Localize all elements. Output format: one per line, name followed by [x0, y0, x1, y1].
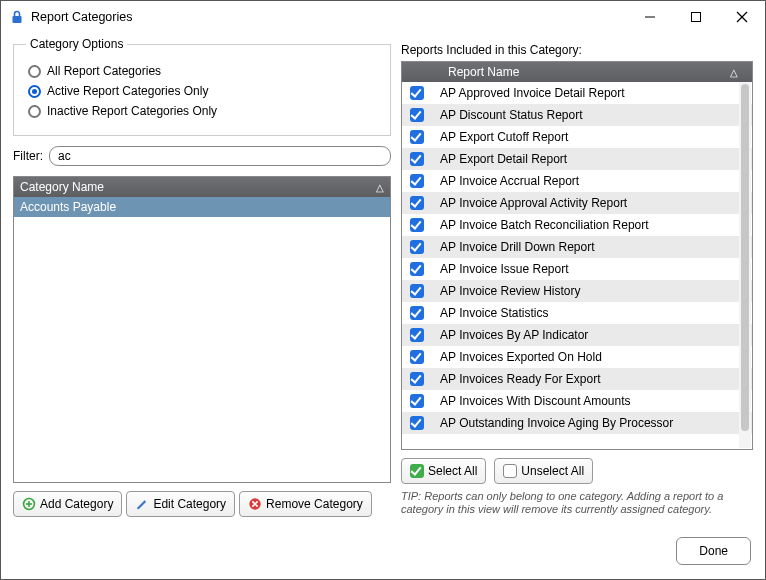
svg-rect-2	[692, 13, 701, 22]
window-title: Report Categories	[31, 10, 132, 24]
report-name: AP Invoice Drill Down Report	[440, 240, 595, 254]
right-column: Reports Included in this Category: Repor…	[401, 37, 753, 517]
category-name-column: Category Name	[20, 180, 104, 194]
x-circle-icon	[248, 497, 262, 511]
category-row[interactable]: Accounts Payable	[14, 197, 390, 217]
report-checkbox[interactable]	[410, 152, 424, 166]
radio-option[interactable]: Inactive Report Categories Only	[26, 101, 378, 121]
report-checkbox[interactable]	[410, 306, 424, 320]
report-row[interactable]: AP Approved Invoice Detail Report	[402, 82, 752, 104]
report-name: AP Outstanding Invoice Aging By Processo…	[440, 416, 673, 430]
report-checkbox[interactable]	[410, 108, 424, 122]
report-checkbox[interactable]	[410, 196, 424, 210]
add-category-button[interactable]: Add Category	[13, 491, 122, 517]
report-name: AP Approved Invoice Detail Report	[440, 86, 625, 100]
report-row[interactable]: AP Invoices By AP Indicator	[402, 324, 752, 346]
svg-rect-0	[13, 16, 22, 23]
category-options-legend: Category Options	[26, 37, 127, 51]
report-name: AP Invoice Accrual Report	[440, 174, 579, 188]
report-checkbox[interactable]	[410, 328, 424, 342]
report-checkbox[interactable]	[410, 394, 424, 408]
category-grid-header[interactable]: Category Name △	[14, 177, 390, 197]
titlebar: Report Categories	[1, 1, 765, 33]
done-button[interactable]: Done	[676, 537, 751, 565]
report-checkbox[interactable]	[410, 240, 424, 254]
scrollbar-thumb[interactable]	[741, 84, 749, 431]
remove-category-button[interactable]: Remove Category	[239, 491, 372, 517]
reports-grid: Report Name △ AP Approved Invoice Detail…	[401, 61, 753, 450]
reports-scrollbar[interactable]	[739, 82, 751, 448]
report-name: AP Export Cutoff Report	[440, 130, 568, 144]
report-checkbox[interactable]	[410, 350, 424, 364]
report-name: AP Invoice Statistics	[440, 306, 549, 320]
report-categories-window: Report Categories Category Options All R…	[0, 0, 766, 580]
radio-option[interactable]: Active Report Categories Only	[26, 81, 378, 101]
report-row[interactable]: AP Invoices Ready For Export	[402, 368, 752, 390]
tip-text: TIP: Reports can only belong to one cate…	[401, 490, 753, 518]
sort-asc-icon: △	[376, 182, 384, 193]
report-row[interactable]: AP Export Detail Report	[402, 148, 752, 170]
report-row[interactable]: AP Discount Status Report	[402, 104, 752, 126]
radio-icon	[28, 65, 41, 78]
report-row[interactable]: AP Invoice Statistics	[402, 302, 752, 324]
report-row[interactable]: AP Invoice Accrual Report	[402, 170, 752, 192]
app-lock-icon	[9, 9, 25, 25]
edit-category-button[interactable]: Edit Category	[126, 491, 235, 517]
radio-label: Inactive Report Categories Only	[47, 104, 217, 118]
report-row[interactable]: AP Invoice Batch Reconciliation Report	[402, 214, 752, 236]
pencil-icon	[135, 497, 149, 511]
report-checkbox[interactable]	[410, 86, 424, 100]
check-icon	[410, 464, 424, 478]
filter-input[interactable]	[49, 146, 391, 166]
report-row[interactable]: AP Invoice Drill Down Report	[402, 236, 752, 258]
category-grid: Category Name △ Accounts Payable	[13, 176, 391, 483]
report-row[interactable]: AP Invoices Exported On Hold	[402, 346, 752, 368]
report-name: AP Invoices With Discount Amounts	[440, 394, 631, 408]
category-grid-body: Accounts Payable	[14, 197, 390, 482]
report-checkbox[interactable]	[410, 130, 424, 144]
close-button[interactable]	[719, 2, 765, 32]
report-name: AP Export Detail Report	[440, 152, 567, 166]
radio-option[interactable]: All Report Categories	[26, 61, 378, 81]
sort-asc-icon: △	[730, 67, 738, 78]
report-row[interactable]: AP Export Cutoff Report	[402, 126, 752, 148]
radio-icon	[28, 85, 41, 98]
left-column: Category Options All Report CategoriesAc…	[13, 37, 391, 517]
unselect-all-button[interactable]: Unselect All	[494, 458, 593, 484]
footer: Done	[1, 529, 765, 579]
report-checkbox[interactable]	[410, 174, 424, 188]
report-name: AP Invoice Review History	[440, 284, 581, 298]
report-checkbox[interactable]	[410, 416, 424, 430]
report-name: AP Invoice Issue Report	[440, 262, 569, 276]
report-checkbox[interactable]	[410, 372, 424, 386]
radio-label: Active Report Categories Only	[47, 84, 208, 98]
report-row[interactable]: AP Invoice Review History	[402, 280, 752, 302]
report-checkbox[interactable]	[410, 262, 424, 276]
report-row[interactable]: AP Invoice Issue Report	[402, 258, 752, 280]
radio-icon	[28, 105, 41, 118]
select-all-button[interactable]: Select All	[401, 458, 486, 484]
maximize-button[interactable]	[673, 2, 719, 32]
report-name: AP Discount Status Report	[440, 108, 583, 122]
report-name: AP Invoice Batch Reconciliation Report	[440, 218, 649, 232]
report-checkbox[interactable]	[410, 218, 424, 232]
plus-circle-icon	[22, 497, 36, 511]
report-checkbox[interactable]	[410, 284, 424, 298]
report-name: AP Invoices Ready For Export	[440, 372, 601, 386]
report-row[interactable]: AP Invoices With Discount Amounts	[402, 390, 752, 412]
report-name: AP Invoices Exported On Hold	[440, 350, 602, 364]
minimize-button[interactable]	[627, 2, 673, 32]
filter-label: Filter:	[13, 149, 43, 163]
report-name-column: Report Name	[448, 65, 519, 79]
reports-section-label: Reports Included in this Category:	[401, 43, 753, 57]
reports-grid-header[interactable]: Report Name △	[402, 62, 752, 82]
empty-checkbox-icon	[503, 464, 517, 478]
category-options-group: Category Options All Report CategoriesAc…	[13, 37, 391, 136]
report-row[interactable]: AP Invoice Approval Activity Report	[402, 192, 752, 214]
reports-grid-body: AP Approved Invoice Detail ReportAP Disc…	[402, 82, 752, 434]
radio-label: All Report Categories	[47, 64, 161, 78]
report-name: AP Invoices By AP Indicator	[440, 328, 588, 342]
report-name: AP Invoice Approval Activity Report	[440, 196, 627, 210]
report-row[interactable]: AP Outstanding Invoice Aging By Processo…	[402, 412, 752, 434]
